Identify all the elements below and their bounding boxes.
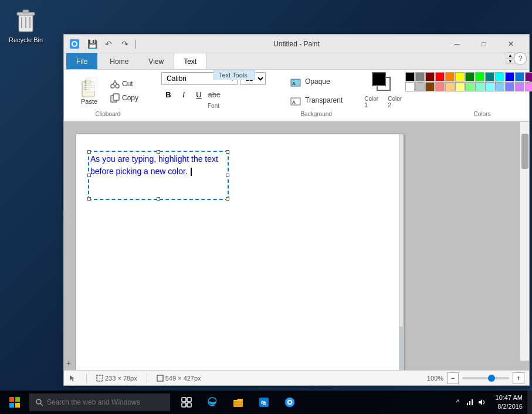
color-swatch[interactable] (445, 82, 455, 91)
svg-rect-50 (469, 401, 470, 405)
color-swatch[interactable] (435, 72, 445, 82)
color-swatch[interactable] (455, 82, 465, 91)
color-swatch[interactable] (515, 72, 524, 82)
clipboard-group-content: Paste Cut (73, 72, 143, 110)
color-swatch[interactable] (425, 72, 435, 82)
opaque-button[interactable]: A Opaque (284, 73, 348, 90)
svg-line-38 (40, 403, 43, 406)
color-swatch[interactable] (465, 72, 475, 82)
color-swatch[interactable] (435, 82, 445, 91)
help-button[interactable]: ? (514, 52, 527, 65)
color-swatch[interactable] (525, 72, 532, 82)
tab-home[interactable]: Home (100, 53, 138, 69)
resize-handle-tr[interactable] (226, 150, 229, 154)
color2-label: Color 2 (388, 96, 402, 108)
svg-rect-21 (113, 94, 119, 100)
color-swatch[interactable] (405, 82, 415, 91)
task-view-button[interactable] (175, 391, 198, 414)
color-swatch[interactable] (405, 72, 415, 82)
zoom-in-button[interactable]: + (513, 372, 524, 384)
canvas-size: 549 × 427px (157, 375, 201, 382)
clock[interactable]: 10:47 AM 8/2/2016 (491, 393, 527, 412)
svg-line-17 (113, 82, 115, 84)
svg-rect-41 (182, 403, 186, 407)
color-swatch[interactable] (465, 82, 475, 91)
strikethrough-button[interactable]: abc (207, 87, 221, 101)
color-swatch[interactable] (425, 82, 435, 91)
canvas-plus-icon[interactable]: + (66, 358, 71, 368)
tab-text[interactable]: Text (174, 53, 206, 69)
color-swatch[interactable] (445, 72, 455, 82)
color-swatch[interactable] (475, 72, 484, 82)
canvas[interactable]: As you are typing, highlight the text be… (76, 134, 404, 370)
search-input[interactable] (47, 398, 164, 406)
color-swatches-main: Color 1 Color 2 (364, 72, 402, 108)
cut-button[interactable]: Cut (106, 77, 143, 90)
tab-view[interactable]: View (138, 53, 174, 69)
tray-volume-icon[interactable] (477, 398, 486, 407)
paint-taskbar-icon (284, 396, 296, 408)
color-swatch[interactable] (495, 82, 504, 91)
paste-button[interactable]: Paste (73, 74, 105, 108)
store-button[interactable]: 🛍 (252, 391, 276, 414)
tray-network-icon[interactable] (465, 398, 475, 407)
svg-rect-42 (187, 403, 191, 407)
show-desktop-button[interactable] (527, 391, 532, 414)
canvas-right-edge (399, 134, 404, 370)
resize-handle-bl[interactable] (87, 197, 91, 201)
color-swatch[interactable] (415, 82, 425, 91)
tray-chevron[interactable]: ^ (453, 398, 463, 407)
cursor-icon (69, 375, 76, 382)
opaque-icon: A (290, 76, 301, 87)
copy-button[interactable]: Copy (106, 91, 143, 104)
file-explorer-button[interactable] (226, 391, 250, 414)
context-tab-group-label: Text Tools (219, 72, 248, 79)
svg-rect-36 (15, 403, 20, 408)
color-swatch[interactable] (485, 72, 494, 82)
minimize-button[interactable]: ─ (443, 35, 470, 53)
bold-button[interactable]: B (161, 87, 175, 101)
color-swatch[interactable] (515, 82, 524, 91)
color-swatch[interactable] (415, 72, 425, 82)
canvas-corner (399, 327, 404, 370)
canvas-text-line2-span: before picking a new color. (90, 167, 188, 176)
color-swatch[interactable] (505, 82, 514, 91)
zoom-out-button[interactable]: − (447, 372, 459, 384)
recycle-bin-icon[interactable]: Recycle Bin (9, 6, 43, 43)
color-row-1 (405, 72, 532, 82)
color1-swatch[interactable] (372, 72, 386, 86)
underline-button[interactable]: U (192, 87, 206, 101)
undo-button[interactable]: ↶ (101, 37, 116, 51)
color-swatch[interactable] (525, 82, 532, 91)
close-button[interactable]: ✕ (497, 35, 524, 53)
svg-text:A: A (292, 100, 296, 105)
tab-file[interactable]: File (66, 53, 97, 69)
save-button[interactable]: 💾 (85, 37, 99, 51)
svg-line-18 (115, 82, 117, 84)
maximize-button[interactable]: □ (470, 35, 497, 53)
search-box[interactable] (29, 393, 170, 411)
transparent-button[interactable]: A Transparent (284, 92, 348, 108)
italic-button[interactable]: I (177, 87, 191, 101)
edge-icon (206, 396, 218, 408)
color-swatch[interactable] (455, 72, 465, 82)
start-button[interactable] (0, 391, 29, 414)
zoom-slider[interactable] (462, 377, 509, 379)
paint-taskbar-button[interactable] (278, 391, 301, 414)
resize-handle-bc[interactable] (157, 197, 160, 201)
color-swatch[interactable] (505, 72, 514, 82)
color-swatch[interactable] (495, 72, 504, 82)
zoom-thumb[interactable] (488, 375, 495, 382)
windows-logo-icon (9, 397, 20, 408)
resize-handle-br[interactable] (226, 197, 229, 201)
scrollbar-vertical[interactable] (520, 122, 529, 361)
resize-handle-mr[interactable] (226, 174, 229, 177)
scroll-thumb-vertical[interactable] (521, 134, 528, 169)
redo-button[interactable]: ↷ (118, 37, 132, 51)
color1-label: Color 1 (364, 96, 378, 108)
color-swatch[interactable] (485, 82, 494, 91)
edge-browser-button[interactable] (201, 391, 224, 414)
title-bar: 💾 ↶ ↷ | Untitled - Paint ─ □ ✕ (64, 35, 529, 53)
canvas-area[interactable]: As you are typing, highlight the text be… (64, 122, 529, 370)
color-swatch[interactable] (475, 82, 484, 91)
